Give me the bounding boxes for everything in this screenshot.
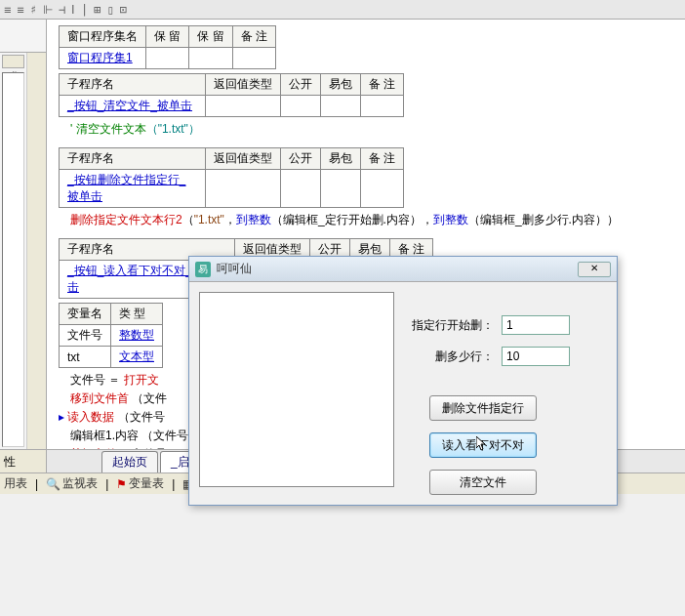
toolbar-sep: | <box>81 3 88 17</box>
code-line[interactable]: 删除指定文件文本行2（"1.txt"，到整数（编辑框_定行开始删.内容），到整数… <box>70 212 673 228</box>
cell[interactable] <box>321 96 361 117</box>
th: 公开 <box>281 148 321 170</box>
th: 变量名 <box>60 304 111 325</box>
dialog-title-text: 呵呵仙 <box>217 261 578 277</box>
toolbar-icon[interactable]: ⊩ <box>43 3 53 17</box>
th: 窗口程序集名 <box>60 26 146 48</box>
cell[interactable]: 文件号 <box>60 325 111 347</box>
label-start-row: 指定行开始删： <box>410 317 494 334</box>
cell-link[interactable]: 整数型 <box>111 325 163 347</box>
toolbar-icon[interactable]: ⊡ <box>120 3 127 17</box>
top-toolbar: ≡ ≡ ♯ ⊩ ⊣ Ⅰ | ⊞ ▯ ⊡ <box>0 0 685 20</box>
left-panel: 自动 <box>0 20 47 449</box>
th: 易包 <box>321 148 361 170</box>
status-watch[interactable]: 🔍 监视表 <box>46 475 98 492</box>
th: 公开 <box>281 74 321 96</box>
cell[interactable] <box>361 96 404 117</box>
cell[interactable] <box>232 48 275 69</box>
read-check-button[interactable]: 读入看下对不对 <box>429 432 537 458</box>
cell[interactable] <box>206 96 281 117</box>
th: 保 留 <box>146 26 189 48</box>
cell[interactable] <box>206 170 281 208</box>
th: 备 注 <box>361 74 404 96</box>
tab-start-page[interactable]: 起始页 <box>101 451 158 472</box>
cell[interactable] <box>281 96 321 117</box>
th: 备 注 <box>361 148 404 170</box>
th: 返回值类型 <box>206 74 281 96</box>
dialog-textbox[interactable] <box>199 292 394 487</box>
delete-rows-button[interactable]: 删除文件指定行 <box>429 395 537 421</box>
cell[interactable]: txt <box>60 347 111 368</box>
input-row-count[interactable] <box>502 347 570 366</box>
th: 返回值类型 <box>206 148 281 170</box>
toolbar-icon[interactable]: ⊣ <box>59 3 65 17</box>
cell[interactable] <box>281 170 321 208</box>
toolbar-icon[interactable]: ≡ <box>17 3 23 17</box>
sep: | <box>35 477 38 491</box>
dialog-hehe: 易 呵呵仙 ✕ 指定行开始删： 删多少行： 删除文件指定行 读入看下对不对 清空… <box>188 256 618 506</box>
dialog-titlebar[interactable]: 易 呵呵仙 ✕ <box>189 257 617 282</box>
sep: | <box>172 477 175 491</box>
label-row-count: 删多少行： <box>410 349 494 365</box>
toolbar-icon[interactable]: ≡ <box>4 3 11 17</box>
status-vars[interactable]: ⚑ 变量表 <box>116 475 164 492</box>
table-sub-clear: 子程序名返回值类型公开易包备 注 _按钮_清空文件_被单击 <box>59 73 404 117</box>
th: 保 留 <box>189 26 232 48</box>
table-vars: 变量名类 型 文件号整数型 txt文本型 <box>59 303 163 368</box>
th: 子程序名 <box>60 148 206 170</box>
cell-link[interactable]: 窗口程序集1 <box>60 48 146 69</box>
input-start-row[interactable] <box>502 315 570 335</box>
cell[interactable] <box>361 170 404 208</box>
flag-icon: ⚑ <box>116 477 127 491</box>
th: 子程序名 <box>60 74 206 96</box>
left-tree[interactable] <box>2 72 24 447</box>
table-sub-delete: 子程序名返回值类型公开易包备 注 _按钮删除文件指定行_被单击 <box>59 147 404 208</box>
left-icon-strip <box>26 53 46 449</box>
left-panel-header <box>0 20 46 53</box>
cell[interactable] <box>321 170 361 208</box>
sep: | <box>105 477 108 491</box>
status-usage-table[interactable]: 用表 <box>4 475 27 492</box>
left-tab-auto[interactable]: 自动 <box>2 55 24 68</box>
cell[interactable] <box>189 48 232 69</box>
search-icon: 🔍 <box>46 477 60 491</box>
toolbar-icon[interactable]: ▯ <box>106 3 113 17</box>
toolbar-icon[interactable]: Ⅰ <box>71 3 75 17</box>
clear-file-button[interactable]: 清空文件 <box>429 470 537 495</box>
toolbar-icon[interactable]: ⊞ <box>94 3 101 17</box>
table-window-assembly: 窗口程序集名保 留保 留备 注 窗口程序集1 <box>59 25 276 69</box>
left-prop-tab[interactable]: 性 <box>0 449 47 472</box>
cell-link[interactable]: _按钮_清空文件_被单击 <box>60 96 206 117</box>
cell-link[interactable]: _按钮删除文件指定行_被单击 <box>60 170 206 208</box>
th: 备 注 <box>232 26 275 48</box>
cell[interactable] <box>146 48 189 69</box>
th: 类 型 <box>111 304 163 325</box>
app-icon: 易 <box>195 262 211 277</box>
cell-link[interactable]: 文本型 <box>111 347 163 368</box>
th: 易包 <box>321 74 361 96</box>
close-button[interactable]: ✕ <box>578 262 611 277</box>
code-line[interactable]: ' 清空文件文本（"1.txt"） <box>70 121 673 138</box>
toolbar-icon[interactable]: ♯ <box>29 3 36 17</box>
